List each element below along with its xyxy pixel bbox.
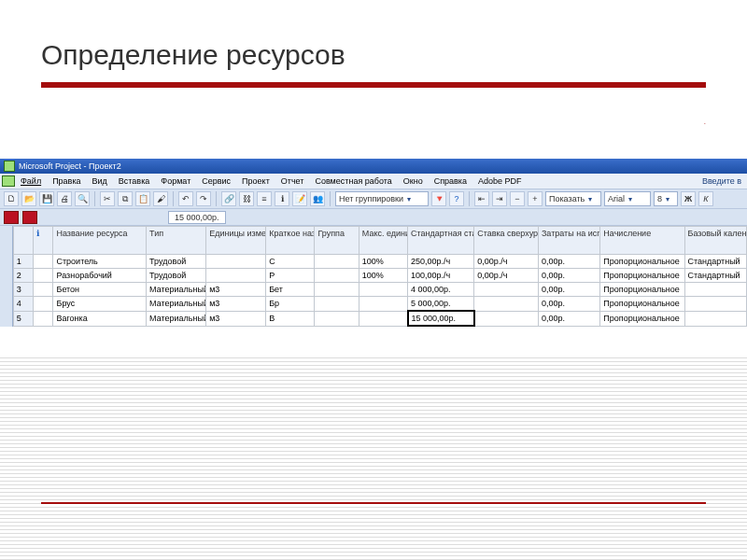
col-rate[interactable]: Стандартная ставка [408,227,474,255]
cell-max[interactable] [359,297,407,312]
cell-short[interactable]: Р [266,269,315,283]
show-dropdown[interactable]: Показать ▾ [545,191,601,206]
cell-name[interactable]: Разнорабочий [53,269,147,283]
cell-cal[interactable] [684,311,747,326]
cell-type[interactable]: Трудовой [147,255,206,269]
cell-group[interactable] [315,283,359,297]
cell-info[interactable] [34,297,53,312]
cell-group[interactable] [315,269,359,283]
num-row[interactable]: 3 [13,283,33,297]
cell-short[interactable]: В [266,311,315,326]
collapse-button[interactable]: − [510,191,525,206]
cell-unit[interactable] [206,255,266,269]
cut-button[interactable]: ✂ [100,191,115,206]
pdf-convert-button[interactable] [22,211,37,224]
cell-rate[interactable]: 100,00р./ч [408,269,474,283]
cell-short[interactable]: Бр [266,297,315,312]
cell-accr[interactable]: Пропорциональное [600,283,684,297]
grouping-dropdown[interactable]: Нет группировки ▾ [335,191,429,206]
num-row[interactable]: 2 [13,269,33,283]
col-indicators[interactable]: ℹ [34,227,53,255]
cell-short[interactable]: Бет [266,283,315,297]
help-hint[interactable]: Введите в [697,176,747,186]
menu-report[interactable]: Отчет [275,176,310,186]
cell-accr[interactable]: Пропорциональное [600,255,684,269]
cell-name[interactable]: Строитель [53,255,147,269]
cell-accr[interactable]: Пропорциональное [600,311,684,326]
col-short[interactable]: Краткое название [266,227,315,255]
table-row[interactable]: 4БрусМатериальныйм3Бр5 000,00р.0,00р.Про… [13,297,746,312]
col-accrual[interactable]: Начисление [600,227,684,255]
col-calendar[interactable]: Базовый календарь [684,227,747,255]
menu-view[interactable]: Вид [87,176,113,186]
cell-max[interactable]: 100% [359,269,407,283]
cell-name[interactable]: Вагонка [53,311,147,326]
cell-unit[interactable]: м3 [206,311,266,326]
menu-tools[interactable]: Сервис [196,176,236,186]
table-row[interactable]: 3БетонМатериальныйм3Бет4 000,00р.0,00р.П… [13,283,746,297]
titlebar[interactable]: Microsoft Project - Проект2 [0,159,747,174]
menu-edit[interactable]: Правка [47,176,86,186]
menubar[interactable]: Файл Правка Вид Вставка Формат Сервис Пр… [0,174,747,189]
cell-type[interactable]: Материальный [147,311,206,326]
indent-button[interactable]: ⇥ [492,191,507,206]
menu-window[interactable]: Окно [398,176,429,186]
cell-type[interactable]: Трудовой [147,269,206,283]
cell-name[interactable]: Брус [53,297,147,312]
cell-max[interactable] [359,311,407,326]
print-button[interactable]: 🖨 [57,191,72,206]
cell-info[interactable] [34,255,53,269]
open-button[interactable]: 📂 [21,191,36,206]
cell-unit[interactable]: м3 [206,297,266,312]
cell-rate[interactable]: 5 000,00р. [408,297,474,312]
col-rownum[interactable] [13,227,33,255]
menu-project[interactable]: Проект [236,176,275,186]
cell-group[interactable] [315,311,359,326]
cell-group[interactable] [315,255,359,269]
cell-cost[interactable]: 0,00р. [538,283,599,297]
font-dropdown[interactable]: Arial ▾ [604,191,651,206]
cell-name[interactable]: Бетон [53,283,147,297]
cell-info[interactable] [34,283,53,297]
outdent-button[interactable]: ⇤ [474,191,489,206]
cell-rate[interactable]: 250,00р./ч [408,255,474,269]
cell-over[interactable]: 0,00р./ч [474,255,539,269]
cell-type[interactable]: Материальный [147,283,206,297]
italic-button[interactable]: К [698,191,713,206]
copy-button[interactable]: ⧉ [118,191,133,206]
new-button[interactable]: 🗋 [4,191,19,206]
cell-cost[interactable]: 0,00р. [538,255,599,269]
col-overtime[interactable]: Ставка сверхурочных [474,227,539,255]
info-button[interactable]: ℹ [275,191,289,206]
cell-rate[interactable]: 4 000,00р. [408,283,474,297]
num-row[interactable]: 1 [13,255,33,269]
cell-max[interactable]: 100% [359,255,407,269]
fontsize-dropdown[interactable]: 8 ▾ [654,191,678,206]
cell-cal[interactable] [684,297,747,312]
resource-table[interactable]: ℹ Название ресурса Тип Единицы измерения… [13,226,747,327]
format-painter-button[interactable]: 🖌 [153,191,168,206]
link-button[interactable]: 🔗 [221,191,236,206]
preview-button[interactable]: 🔍 [75,191,90,206]
redo-button[interactable]: ↷ [196,191,211,206]
cell-max[interactable] [359,283,407,297]
notes-button[interactable]: 📝 [292,191,307,206]
table-row[interactable]: 2РазнорабочийТрудовойР100%100,00р./ч0,00… [13,269,746,283]
save-button[interactable]: 💾 [39,191,54,206]
cell-type[interactable]: Материальный [147,297,206,312]
col-name[interactable]: Название ресурса [53,227,147,255]
cell-over[interactable] [474,297,539,312]
num-row[interactable]: 5 [13,311,33,326]
paste-button[interactable]: 📋 [135,191,150,206]
pdf-export-button[interactable] [4,211,19,224]
col-unit[interactable]: Единицы измерения материалов [206,227,266,255]
assign-button[interactable]: 👥 [310,191,325,206]
table-row[interactable]: 1СтроительТрудовойС100%250,00р./ч0,00р./… [13,255,746,269]
col-group[interactable]: Группа [315,227,359,255]
cell-group[interactable] [315,297,359,312]
col-type[interactable]: Тип [147,227,206,255]
cell-info[interactable] [34,311,53,326]
split-button[interactable]: ≡ [257,191,272,206]
cell-over[interactable] [474,283,539,297]
cell-accr[interactable]: Пропорциональное [600,269,684,283]
